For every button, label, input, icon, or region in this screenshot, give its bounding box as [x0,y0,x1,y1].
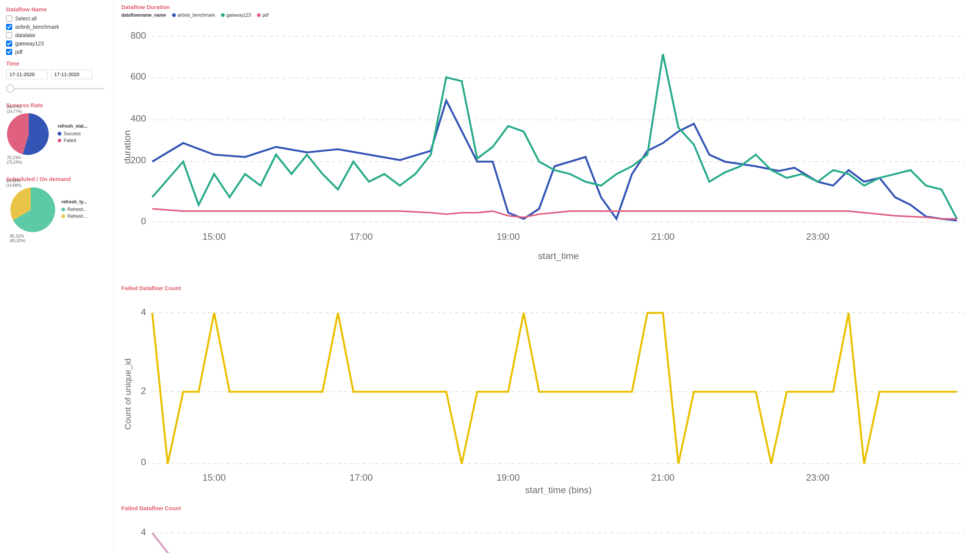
duration-chart-container: 800 600 400 200 0 duration 15:00 17:00 [121,19,972,276]
svg-text:600: 600 [130,71,146,81]
duration-chart-section: Dataflow Duration dataflowname_name airb… [121,4,972,276]
main-content: Dataflow Duration dataflowname_name airb… [114,0,980,553]
failed-count2-container: 4 2 0 Count of unique_id 19:00 20:00 21:… [121,513,972,553]
checkbox-item-airbnb_benchmark: airbnb_benchmark [6,24,107,30]
checkbox-select_all[interactable] [6,16,12,22]
time-section: Time [6,60,107,94]
checkbox-label-datalake: datalake [15,32,35,38]
success-legend-title: refresh_stat... [57,124,88,129]
legend-item-pdf: pdf [257,13,269,18]
svg-text:400: 400 [130,113,146,124]
yellow-refresh-label: Refresh... [67,214,87,219]
svg-text:23:00: 23:00 [806,231,829,242]
checkbox-label-gateway123: gateway123 [15,41,44,46]
checkbox-label-pdf: pdf [15,49,22,55]
gateway-legend-dot [221,13,225,17]
scheduled-legend-title: refresh_ty... [61,199,87,205]
checkbox-datalake[interactable] [6,32,12,38]
svg-text:start_time (bins): start_time (bins) [525,485,592,495]
date-to-input[interactable] [51,70,92,79]
time-slider[interactable] [6,83,105,94]
dataflow-section-title: Dataflow Name [6,6,107,13]
checkbox-label-airbnb_benchmark: airbnb_benchmark [15,24,59,30]
checkbox-item-gateway123: gateway123 [6,41,107,46]
checkbox-item-pdf: pdf [6,49,107,55]
success-label: Success [64,131,81,137]
checkbox-airbnb_benchmark[interactable] [6,24,12,30]
pdf-legend-label: pdf [262,13,269,18]
svg-text:4: 4 [141,307,146,317]
airbnb-legend-label: airbnb_benchmark [177,13,215,18]
failed-count-section: Failed Dataflow Count 4 2 0 Count of uni… [121,285,972,496]
svg-text:0: 0 [141,457,146,467]
success-rate-pie-section: 24,77%(24,77%) 75,23%(75,23%) refresh_st… [6,111,107,157]
time-section-title: Time [6,60,107,67]
svg-text:17:00: 17:00 [349,472,372,483]
success-failed-percent: 24,77%(24,77%) [7,105,22,114]
success-percent-label: 75,23%(75,23%) [7,155,22,164]
time-inputs [6,70,107,79]
checkbox-item-select_all: Select all [6,16,107,22]
failed-label: Failed [64,138,76,143]
duration-svg: 800 600 400 200 0 duration 15:00 17:00 [121,19,972,275]
sidebar: Dataflow Name Select allairbnb_benchmark… [0,0,114,553]
scheduled-pie-legend: refresh_ty... Refresh... Refresh... [61,199,87,221]
svg-text:21:00: 21:00 [651,231,675,242]
failed-count-title: Failed Dataflow Count [121,285,972,291]
failed-count-line [152,313,957,464]
scheduled-pie-chart [6,185,55,234]
failed-count2-section: Failed Dataflow Count 4 2 0 Count of uni… [121,505,972,553]
success-pie-legend: refresh_stat... Success Failed [57,124,88,145]
svg-text:4: 4 [141,527,146,537]
checkbox-gateway123[interactable] [6,41,12,46]
svg-text:duration: duration [123,130,133,164]
slider-thumb[interactable] [6,84,14,93]
failed-count-container: 4 2 0 Count of unique_id 15:00 17:00 19:… [121,294,972,496]
failed-dot [57,138,61,142]
pdf-line [152,209,957,219]
success-dot [57,132,61,136]
legend-item-airbnb: airbnb_benchmark [172,13,215,18]
airbnb-legend-dot [172,13,176,17]
svg-text:0: 0 [141,216,146,226]
success-rate-pie: 24,77%(24,77%) 75,23%(75,23%) [6,111,51,157]
success-legend-item-failed: Failed [57,138,88,143]
date-from-input[interactable] [6,70,48,79]
svg-text:Count of unique_id: Count of unique_id [123,358,133,429]
pdf-legend-dot [257,13,261,17]
failed-count2-title: Failed Dataflow Count [121,505,972,511]
svg-text:200: 200 [130,155,146,165]
svg-text:start_time: start_time [538,251,579,261]
checkbox-pdf[interactable] [6,49,12,55]
checkbox-item-datalake: datalake [6,32,107,38]
svg-text:17:00: 17:00 [349,231,372,242]
svg-text:19:00: 19:00 [496,231,520,242]
scheduled-pie: 14,68%(14,68%) 85,32%(85,32%) [6,185,55,234]
yellow-dot [61,215,65,218]
failed-count-svg: 4 2 0 Count of unique_id 15:00 17:00 19:… [121,294,972,495]
svg-text:23:00: 23:00 [806,472,829,483]
svg-text:15:00: 15:00 [202,231,226,242]
legend-item-gateway: gateway123 [221,13,251,18]
checkboxes-container: Select allairbnb_benchmarkdatalakegatewa… [6,16,107,55]
gateway-legend-label: gateway123 [226,13,251,18]
checkbox-label-select_all: Select all [15,16,37,22]
svg-text:800: 800 [130,30,146,41]
svg-text:19:00: 19:00 [496,472,520,483]
svg-text:2: 2 [141,386,146,396]
teal-dot [61,208,65,211]
scheduled-legend-item-yellow: Refresh... [61,214,87,219]
gateway-line [152,54,957,219]
legend-field-label: dataflowname_name [121,13,166,18]
scheduled-pie-section: 14,68%(14,68%) 85,32%(85,32%) refresh_ty… [6,185,107,234]
failed-count2-svg: 4 2 0 Count of unique_id 19:00 20:00 21:… [121,513,972,553]
scheduled-small-percent: 14,68%(14,68%) [6,178,22,188]
svg-text:21:00: 21:00 [651,472,675,483]
failed-count2-line [152,533,957,553]
slider-track [6,88,105,89]
duration-chart-title: Dataflow Duration [121,4,972,10]
success-legend-item-success: Success [57,131,88,137]
duration-legend: dataflowname_name airbnb_benchmark gatew… [121,13,972,18]
success-pie-chart [6,111,51,157]
scheduled-legend-item-teal: Refresh... [61,207,87,212]
